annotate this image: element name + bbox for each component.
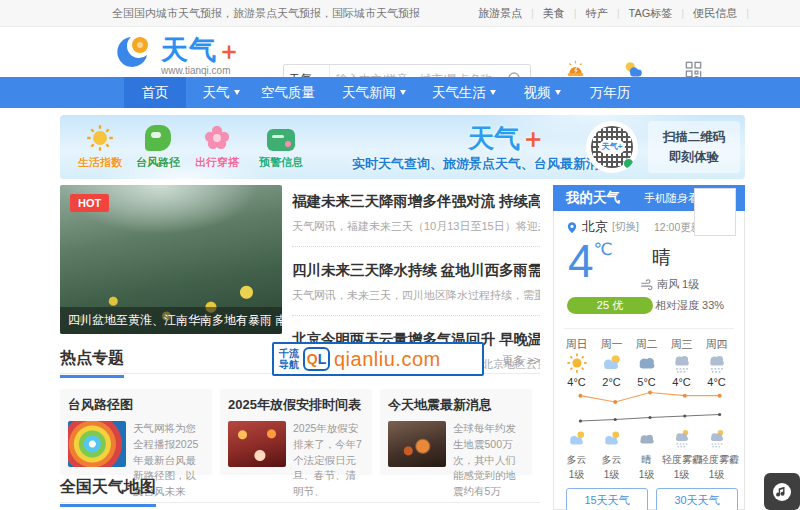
flower-icon [202, 123, 232, 153]
cloud-moon-icon [594, 428, 629, 450]
fog-moon-icon [664, 428, 699, 450]
fog-icon [664, 351, 699, 375]
forecast-temp: 2°C [594, 376, 629, 388]
link-tags[interactable]: TAG标签 [628, 6, 672, 21]
city-name[interactable]: 北京 [582, 218, 608, 236]
cloud-moon-icon [559, 428, 594, 450]
watermark-monogram: QL [303, 347, 330, 371]
current-condition: 晴 [652, 245, 671, 271]
nav-video[interactable]: 视频 [514, 77, 570, 108]
night-condition: 轻度雾霾 [695, 453, 743, 467]
top-utility-bar: 全国国内城市天气预报，旅游景点天气预报，国际城市天气预报 旅游景点| 美食| 特… [0, 0, 800, 27]
section-title: 热点专题 [60, 348, 124, 378]
weather-map-header: 全国天气地图 [60, 477, 540, 503]
site-url: www.tianqi.com [161, 65, 241, 76]
forecast-30day-button[interactable]: 30天天气 [656, 488, 738, 510]
forecast-temp: 4°C [699, 376, 734, 388]
forecast-15day-button[interactable]: 15天天气 [566, 488, 648, 510]
section-title: 全国天气地图 [60, 477, 156, 507]
hot-badge: HOT [70, 194, 109, 212]
featured-news-image[interactable]: HOT 四川盆地至黄淮、江南华南多地有暴雨 南方... [60, 185, 282, 334]
main-nav: 首页 天气 空气质量 天气新闻 天气生活 视频 万年历 [0, 77, 800, 108]
switch-city-link[interactable]: [切换] [612, 220, 639, 234]
widget-title: 我的天气 [566, 189, 620, 207]
banner-brand: 天气＋ [468, 121, 546, 156]
earthquake-thumbnail [388, 421, 446, 467]
chevron-down-icon [400, 90, 406, 95]
topic-card-earthquake[interactable]: 今天地震最新消息 全球每年约发生地震500万次，其中人们能感觉到的地震约有5万 [380, 389, 532, 475]
nav-weather-news[interactable]: 天气新闻 [334, 77, 414, 108]
chevron-down-icon [234, 90, 240, 95]
qianliu-watermark: 千流导航 QL qianliu.com [272, 342, 484, 376]
banner-qr-code: 天气+ [586, 121, 638, 173]
headline-item[interactable]: 福建未来三天降雨增多伴强对流 持续高温需防 天气网讯，福建未来三天（10月13日… [292, 186, 540, 247]
night-condition: 多云 [559, 453, 594, 467]
forecast-temp: 5°C [629, 376, 664, 388]
forecast-temp: 4°C [664, 376, 699, 388]
day-temp-line [563, 390, 737, 405]
banner-alert-info[interactable]: 预警信息 [249, 123, 313, 170]
nav-weather-life[interactable]: 天气生活 [424, 77, 504, 108]
forecast-day: 周二 [629, 337, 664, 352]
holiday-thumbnail [228, 421, 286, 467]
typhoon-thumbnail [68, 421, 126, 467]
nav-air-quality[interactable]: 空气质量 [250, 77, 326, 108]
widget-qr-code [694, 188, 736, 236]
promo-banner[interactable]: 生活指数 台风路径 出行穿搭 预警信息 天气＋ 实时天气查询、旅游景点天气、台风… [60, 115, 745, 179]
fog-icon [699, 351, 734, 375]
logo-sun-moon-icon [116, 32, 156, 76]
link-scenic[interactable]: 旅游景点 [478, 6, 522, 21]
floating-widget-button[interactable] [764, 473, 800, 510]
megaphone-icon [266, 123, 296, 153]
banner-outfit[interactable]: 出行穿搭 [185, 123, 249, 170]
headline-item[interactable]: 四川未来三天降水持续 盆地川西多雨需警惕 天气网讯，未来三天，四川地区降水过程持… [292, 255, 540, 316]
forecast-day: 周四 [699, 337, 734, 352]
watermark-brand: 千流导航 [279, 348, 299, 370]
location-row: 北京 [切换] [566, 218, 639, 236]
site-logo[interactable]: 天气＋ www.tianqi.com [116, 32, 241, 76]
current-wind: 南风 1级 [640, 277, 699, 292]
nav-weather[interactable]: 天气 [192, 77, 250, 108]
location-pin-icon [566, 220, 578, 235]
cloud-icon [629, 428, 664, 450]
forecast-day: 周一 [594, 337, 629, 352]
aqi-badge[interactable]: 25 优 [567, 297, 653, 314]
more-link[interactable]: 更多 >> [502, 353, 540, 368]
featured-caption: 四川盆地至黄淮、江南华南多地有暴雨 南方... [60, 307, 282, 334]
wind-level: 1级 [629, 468, 664, 482]
nav-calendar[interactable]: 万年历 [578, 77, 642, 108]
forecast-day: 周日 [559, 337, 594, 352]
nav-home[interactable]: 首页 [124, 77, 186, 108]
forecast-temp: 4°C [559, 376, 594, 388]
night-condition: 多云 [594, 453, 629, 467]
fog-moon-icon [699, 428, 734, 450]
banner-qr-caption: 扫描二维码 即刻体验 [648, 121, 740, 173]
logo-plus: ＋ [217, 37, 241, 64]
wind-level: 1级 [559, 468, 594, 482]
sun-cloud-icon [594, 351, 629, 375]
tianqi-homepage: 全国国内城市天气预报，旅游景点天气预报，国际城市天气预报 旅游景点| 美食| 特… [0, 0, 800, 510]
link-convenience[interactable]: 便民信息 [693, 6, 737, 21]
my-weather-widget: 我的天气 手机随身看 › 北京 [切换] 12:00更新 4℃ 晴 南风 1级 … [553, 185, 745, 510]
banner-typhoon-path[interactable]: 台风路径 [126, 123, 190, 170]
chevron-down-icon [490, 90, 496, 95]
topic-card-typhoon[interactable]: 台风路径图 天气网将为您全程播报2025年最新台风最新路径图，以及台风未来 [60, 389, 212, 475]
watermark-domain: qianliu.com [334, 348, 441, 371]
divider [564, 328, 734, 329]
topic-card-holiday[interactable]: 2025年放假安排时间表 2025年放假安排来了，今年7个法定假日元旦、春节、清… [220, 389, 372, 475]
sun-icon [559, 351, 594, 375]
current-temperature: 4℃ [568, 238, 613, 284]
note-circle-icon [771, 481, 793, 503]
link-specialty[interactable]: 特产 [586, 6, 608, 21]
utility-links: 旅游景点| 美食| 特产| TAG标签| 便民信息| [478, 0, 758, 26]
banner-subtitle: 实时天气查询、旅游景点天气、台风最新消息 [332, 155, 632, 173]
wind-level: 1级 [664, 468, 699, 482]
wind-level: 1级 [699, 468, 734, 482]
banner-life-index[interactable]: 生活指数 [68, 123, 132, 170]
sun-face-icon [85, 123, 115, 153]
site-header: 天气＋ www.tianqi.com 天气 天气预警 [0, 27, 800, 77]
cloud-icon [629, 351, 664, 375]
logo-wordmark: 天气 [161, 35, 217, 65]
wind-icon [640, 278, 653, 291]
link-food[interactable]: 美食 [543, 6, 565, 21]
